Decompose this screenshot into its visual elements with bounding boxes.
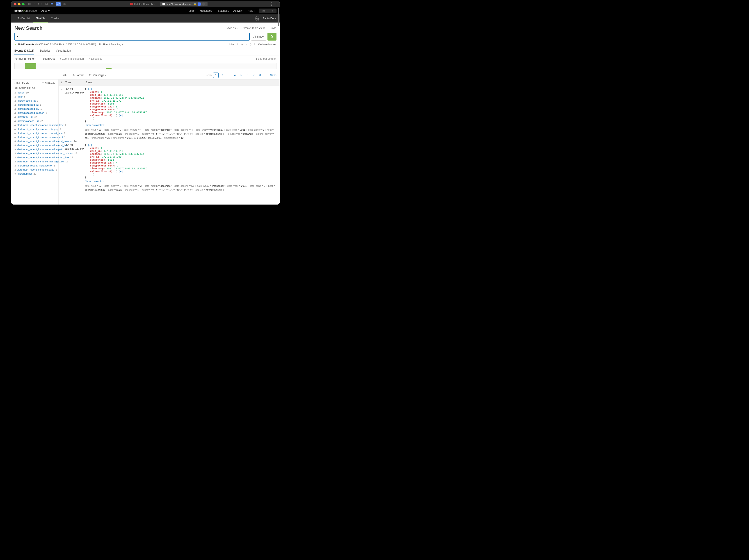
close-button[interactable]: Close: [270, 27, 277, 30]
find-box[interactable]: ⌕: [259, 8, 277, 13]
nav-credits[interactable]: Credits: [48, 15, 63, 22]
settings-menu[interactable]: Settings: [218, 9, 229, 13]
new-tab-button[interactable]: +: [275, 2, 277, 6]
per-page-dropdown[interactable]: 20 Per Page: [89, 74, 106, 77]
deselect-button[interactable]: × Deselect: [89, 57, 102, 60]
field-name[interactable]: alert.most_recent_instance.message.text: [17, 160, 64, 163]
export-icon[interactable]: ⤓: [254, 43, 256, 46]
share-icon[interactable]: ↗: [245, 43, 248, 46]
prev-page[interactable]: ‹ Prev: [206, 72, 213, 78]
expand-icon[interactable]: ›: [59, 144, 64, 192]
forward-icon[interactable]: ›: [41, 2, 42, 6]
field-row[interactable]: aalert.most_recent_instance.environment …: [15, 136, 55, 139]
zoom-out-button[interactable]: – Zoom Out: [41, 57, 55, 60]
field-name[interactable]: alert.created_at: [18, 99, 36, 103]
close-window[interactable]: [14, 3, 17, 5]
page-7[interactable]: 7: [251, 72, 256, 78]
field-row[interactable]: #alert.most_recent_instance.location.end…: [15, 144, 55, 147]
page-5[interactable]: 5: [238, 72, 244, 78]
field-name[interactable]: alert.dismissed_reason: [18, 111, 44, 115]
format-timeline-button[interactable]: Format Timeline: [15, 57, 36, 60]
time-range-picker[interactable]: All time ▾: [251, 33, 266, 41]
scrollbar[interactable]: [278, 8, 279, 203]
field-name[interactable]: after: [18, 95, 23, 99]
field-name[interactable]: alert.most_recent_instance.state: [17, 168, 54, 171]
search-box[interactable]: [15, 33, 250, 41]
stop-icon[interactable]: ■: [241, 43, 243, 46]
field-row[interactable]: aalert.most_recent_instance.commit_sha 1: [15, 132, 55, 135]
download-icon[interactable]: ↓: [270, 2, 273, 6]
field-row[interactable]: aalert.dismissed_by 1: [15, 107, 55, 111]
tab-statistics[interactable]: Statistics: [39, 47, 50, 55]
show-raw-link[interactable]: Show as raw text: [85, 124, 280, 126]
field-row[interactable]: aalert.most_recent_instance.message.text…: [15, 160, 55, 163]
print-icon[interactable]: ⎙: [250, 43, 251, 46]
field-name[interactable]: alert.most_recent_instance.environment: [17, 136, 63, 139]
col-time[interactable]: Time: [64, 80, 85, 86]
page-3[interactable]: 3: [226, 72, 231, 78]
col-event[interactable]: Event: [85, 80, 280, 86]
search-icon[interactable]: ⌕: [272, 9, 273, 13]
field-row[interactable]: aafter 5: [15, 95, 55, 99]
user-menu[interactable]: user: [189, 9, 196, 13]
field-row[interactable]: aaction 19: [15, 91, 55, 94]
field-row[interactable]: aalert.most_recent_instance.category 1: [15, 128, 55, 131]
field-name[interactable]: alert.instances_url: [18, 120, 39, 123]
field-name[interactable]: alert.most_recent_instance.commit_sha: [17, 132, 62, 135]
field-name[interactable]: alert.most_recent_instance.ref: [18, 164, 52, 167]
apps-menu[interactable]: Apps ▾: [41, 9, 49, 13]
field-row[interactable]: aalert.most_recent_instance.location.pat…: [15, 148, 55, 151]
format-button[interactable]: ✎ Format: [72, 74, 84, 77]
field-row[interactable]: aalert.dismissed_reason 1: [15, 111, 55, 115]
privacy-icon[interactable]: 🕶: [50, 2, 53, 6]
help-menu[interactable]: Help: [248, 9, 255, 13]
pause-icon[interactable]: ⏸: [236, 43, 239, 46]
next-page[interactable]: Next ›: [270, 72, 277, 78]
field-row[interactable]: #alert.number 22: [15, 172, 55, 175]
field-name[interactable]: alert.dismissed_at: [18, 103, 39, 107]
collapse-toggle[interactable]: [-]: [88, 88, 92, 90]
zoom-selection-button[interactable]: + Zoom to Selection: [60, 57, 84, 60]
sampling-dropdown[interactable]: No Event Sampling: [99, 43, 123, 46]
field-row[interactable]: aalert.most_recent_instance.state 1: [15, 168, 55, 171]
sidebar-icon[interactable]: ▥: [28, 2, 31, 6]
field-row[interactable]: aalert.instances_url 22: [15, 120, 55, 123]
field-name[interactable]: alert.dismissed_by: [18, 107, 39, 111]
minimize-window[interactable]: [18, 3, 21, 5]
page-8[interactable]: 8: [257, 72, 263, 78]
save-as-button[interactable]: Save As ▾: [226, 27, 238, 30]
field-name[interactable]: alert.most_recent_instance.analysis_key: [17, 124, 63, 127]
tab-visualization[interactable]: Visualization: [56, 47, 71, 55]
list-view-dropdown[interactable]: List: [62, 74, 68, 77]
splunk-logo[interactable]: splunk>enterprise: [15, 9, 37, 13]
info-icon[interactable]: ⓘ: [45, 2, 48, 6]
page-1[interactable]: 1: [213, 72, 218, 78]
app-icon[interactable]: App: [255, 16, 260, 21]
field-name[interactable]: action: [18, 91, 25, 94]
search-input[interactable]: [17, 35, 248, 39]
shield-icon[interactable]: ◐: [63, 2, 66, 6]
nav-search[interactable]: Search: [33, 15, 48, 23]
tab-splunk[interactable]: hhc21.bossworkshops.io/en-US/app/SA-hhc/…: [160, 2, 208, 6]
field-row[interactable]: aalert.most_recent_instance.ref 1: [15, 164, 55, 167]
collapse-toggle[interactable]: [-]: [88, 144, 92, 147]
create-table-view-button[interactable]: Create Table View: [243, 27, 264, 30]
expand-toggle[interactable]: [+]: [119, 170, 123, 173]
expand-icon[interactable]: ›: [59, 88, 64, 140]
col-info[interactable]: i: [59, 80, 64, 86]
translate-icon[interactable]: 文A: [56, 2, 61, 6]
more-icon[interactable]: ⋯: [202, 2, 205, 6]
timeline[interactable]: [11, 62, 280, 71]
field-name[interactable]: alert.most_recent_instance.location.path: [17, 148, 63, 151]
field-row[interactable]: aalert.most_recent_instance.analysis_key…: [15, 124, 55, 127]
all-fields-button[interactable]: ☰ All Fields: [42, 82, 55, 85]
field-row[interactable]: aalert.html_url 22: [15, 115, 55, 119]
expand-toggle[interactable]: [+]: [119, 114, 123, 117]
chevron-down-icon[interactable]: ⌄: [33, 2, 35, 6]
show-raw-link[interactable]: Show as raw text: [85, 180, 280, 182]
search-button[interactable]: [268, 33, 277, 41]
extension-icon[interactable]: [198, 2, 201, 6]
activity-menu[interactable]: Activity: [233, 9, 243, 13]
mode-dropdown[interactable]: Verbose Mode: [258, 43, 277, 46]
messages-menu[interactable]: Messages: [200, 9, 214, 13]
